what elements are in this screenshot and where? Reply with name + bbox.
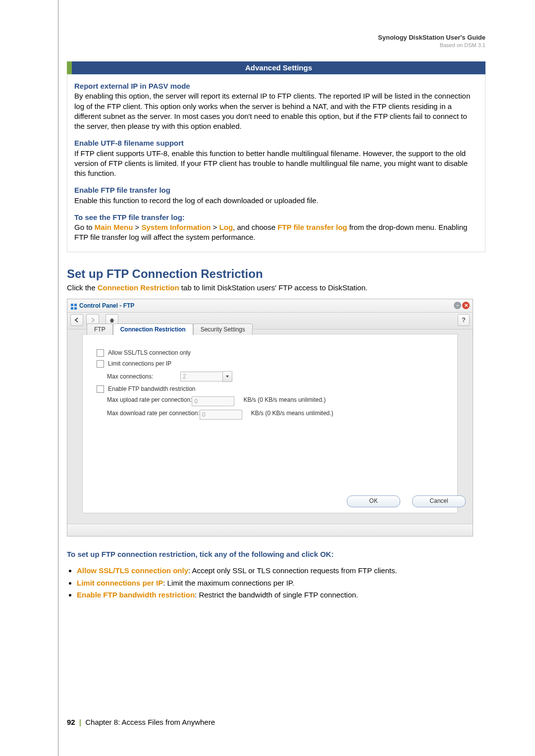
input-max-upload[interactable]: 0 — [192, 396, 234, 406]
ok-button[interactable]: OK — [347, 495, 400, 507]
text-seelog: Go to Main Menu > System Information > L… — [74, 223, 467, 241]
status-bar — [67, 524, 473, 536]
svg-rect-1 — [74, 304, 77, 306]
page-number: 92 — [67, 718, 75, 726]
tab-connection-restriction[interactable]: Connection Restriction — [113, 324, 193, 335]
text-pasv: By enabling this option, the server will… — [74, 92, 470, 130]
input-max-download[interactable]: 0 — [200, 410, 242, 420]
window-titlebar: Control Panel - FTP – ✕ — [67, 299, 473, 313]
heading-utf8: Enable UTF-8 filename support — [74, 139, 184, 147]
heading-seelog: To see the FTP file transfer log: — [74, 213, 185, 221]
instr-list: Allow SSL/TLS connection only: Accept on… — [67, 565, 485, 601]
checkbox-enable-bandwidth[interactable] — [97, 385, 104, 393]
tab-ftp[interactable]: FTP — [87, 324, 113, 335]
list-item: Enable FTP bandwidth restriction: Restri… — [77, 590, 485, 601]
chapter-label: Chapter 8: Access Files from Anywhere — [85, 718, 215, 726]
label-enable-bandwidth: Enable FTP bandwidth restriction — [108, 385, 196, 392]
text-utf8: If FTP client supports UTF-8, enable thi… — [74, 149, 468, 178]
based-on: Based on DSM 3.1 — [378, 42, 485, 48]
text-ftplog: Enable this function to record the log o… — [74, 196, 319, 205]
minimize-icon[interactable]: – — [454, 302, 461, 309]
panel: FTP Connection Restriction Security Sett… — [82, 334, 458, 513]
tab-security-settings[interactable]: Security Settings — [193, 324, 253, 335]
heading-pasv: Report external IP in PASV mode — [74, 82, 190, 90]
advanced-settings-header: Advanced Settings — [67, 61, 485, 74]
input-max-connections[interactable]: 2 — [180, 372, 223, 381]
label-allow-ssl: Allow SSL/TLS connection only — [108, 349, 191, 356]
window-title: Control Panel - FTP — [79, 302, 134, 309]
unit-upload: KB/s (0 KB/s means unlimited.) — [243, 396, 325, 403]
label-max-connections: Max connections: — [107, 373, 180, 380]
page-footer: 92 | Chapter 8: Access Files from Anywhe… — [67, 718, 215, 726]
label-limit-connections: Limit connections per IP — [108, 360, 171, 367]
section-intro: Click the Connection Restriction tab to … — [67, 283, 485, 293]
label-max-upload: Max upload rate per connection: — [107, 396, 192, 404]
dsm-window: Control Panel - FTP – ✕ ? — [67, 299, 473, 537]
back-button[interactable] — [70, 314, 83, 326]
svg-rect-0 — [71, 304, 73, 306]
section-heading: Set up FTP Connection Restriction — [67, 267, 485, 281]
cancel-button[interactable]: Cancel — [412, 495, 466, 507]
footer-separator: | — [77, 718, 83, 726]
checkbox-allow-ssl[interactable] — [97, 349, 104, 357]
help-button[interactable]: ? — [458, 314, 470, 326]
unit-download: KB/s (0 KB/s means unlimited.) — [251, 410, 333, 417]
advanced-settings-box: Advanced Settings Report external IP in … — [67, 61, 485, 252]
close-icon[interactable]: ✕ — [462, 302, 470, 309]
margin-line — [58, 0, 58, 756]
svg-rect-3 — [74, 307, 77, 310]
heading-ftplog: Enable FTP file transfer log — [74, 186, 170, 194]
list-item: Limit connections per IP: Limit the maxi… — [77, 578, 485, 589]
svg-rect-2 — [71, 307, 73, 310]
dropdown-max-connections[interactable] — [222, 371, 232, 382]
checkbox-limit-connections[interactable] — [97, 360, 104, 368]
list-item: Allow SSL/TLS connection only: Accept on… — [77, 565, 485, 577]
synology-logo-icon — [70, 302, 77, 309]
instr-heading: To set up FTP connection restriction, ti… — [67, 550, 334, 558]
label-max-download: Max download rate per connection: — [107, 410, 200, 418]
guide-title: Synology DiskStation User's Guide — [378, 34, 485, 41]
doc-header: Synology DiskStation User's Guide Based … — [378, 34, 485, 48]
